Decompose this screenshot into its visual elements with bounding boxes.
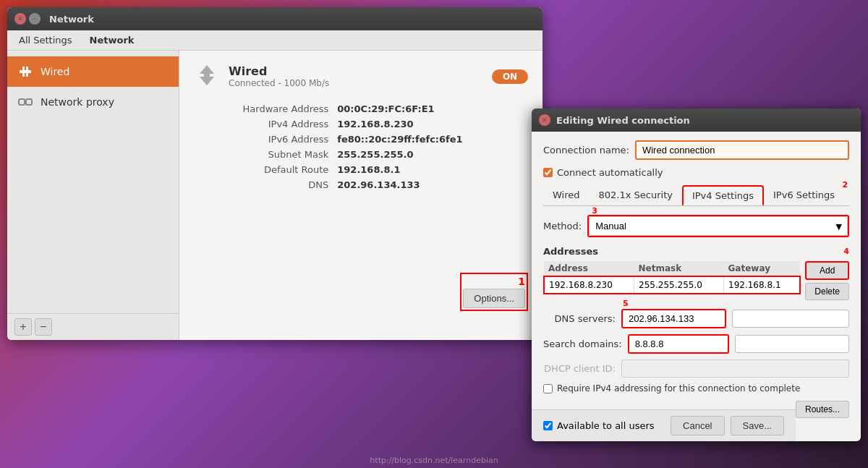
addresses-number: 4 [843,247,849,256]
require-checkbox[interactable] [543,384,553,393]
connection-arrow-icon [194,62,220,90]
footer-buttons: Cancel Save... [671,416,784,435]
edit-dialog: ✕ Editing Wired connection Connection na… [532,109,861,441]
addresses-header: Addresses 4 [543,246,849,257]
address-cell: 192.168.8.230 [544,276,634,294]
wired-icon [17,64,33,80]
ipv4-address-value: 192.168.8.230 [337,119,527,132]
svg-rect-6 [26,99,32,105]
dns-servers-input[interactable] [621,309,726,328]
menu-network[interactable]: Network [87,33,137,47]
connect-auto-row: Connect automatically [543,167,849,178]
dns-value: 202.96.134.133 [337,179,527,193]
method-label: Method: [543,221,582,231]
address-row: 192.168.8.230 255.255.255.0 192.168.8.1 [544,276,800,294]
subnet-mask-value: 255.255.255.0 [337,149,527,163]
dhcp-label: DHCP client ID: [543,363,616,374]
available-label: Available to all users [557,420,655,431]
save-button[interactable]: Save... [731,416,784,435]
sidebar-proxy-label: Network proxy [41,96,114,108]
tab-wired[interactable]: Wired [543,185,590,205]
search-domains-input[interactable] [628,334,729,354]
addresses-outer: Address Netmask Gateway 192.168.8.230 25… [543,261,849,300]
search-domains-row: Search domains: [543,334,849,354]
connection-name-label: Connection name: [543,145,629,156]
connect-auto-label: Connect automatically [557,167,663,178]
gateway-cell: 192.168.8.1 [724,276,801,294]
available-row: Available to all users [543,420,655,431]
toggle-switch[interactable]: ON [492,69,528,84]
connection-subtitle: Connected - 1000 Mb/s [229,78,329,88]
add-delete-buttons: Add Delete [805,261,849,300]
tab-8021x[interactable]: 802.1x Security [590,185,682,205]
connection-header: Wired Connected - 1000 Mb/s ON [194,62,528,90]
svg-rect-5 [19,99,25,105]
ipv6-address-label: IPv6 Address [195,134,336,148]
sidebar: Wired Network proxy + − [7,51,179,340]
dialog-titlebar: ✕ Editing Wired connection [532,109,861,132]
dhcp-input[interactable] [621,359,849,378]
dialog-footer: Available to all users Cancel Save... [532,409,796,441]
options-button[interactable]: Options... [463,289,525,308]
subnet-mask-label: Subnet Mask [195,149,336,163]
annotation-1: 1 [463,276,525,287]
cancel-button[interactable]: Cancel [671,416,724,435]
addresses-table: Address Netmask Gateway 192.168.8.230 25… [543,261,801,294]
add-address-button[interactable]: Add [805,261,849,280]
dns-number: 5 [623,299,629,308]
svg-rect-4 [26,73,28,77]
connect-auto-checkbox[interactable] [543,168,553,177]
default-route-label: Default Route [195,164,336,178]
connection-title: Wired [229,64,329,78]
sidebar-add-button[interactable]: + [14,318,32,336]
svg-rect-2 [26,67,28,71]
dns-servers-row: DNS servers: 5 [543,309,849,328]
dns-label: DNS [195,179,336,193]
addresses-table-wrapper: Address Netmask Gateway 192.168.8.230 25… [543,261,801,297]
menu-all-settings[interactable]: All Settings [16,33,75,47]
dhcp-row: DHCP client ID: [543,359,849,378]
tab-ipv4[interactable]: IPv4 Settings [682,185,764,205]
method-number: 3 [592,206,597,216]
search-domains-extra-input[interactable] [735,335,849,353]
hardware-address-value: 00:0C:29:FC:6F:E1 [337,103,527,117]
proxy-icon [17,94,33,110]
close-button[interactable]: ✕ [14,13,26,25]
connection-name-row: Connection name: [543,140,849,160]
sidebar-remove-button[interactable]: − [35,318,52,336]
watermark: http://blog.csdn.net/learndebian [370,456,498,465]
method-select[interactable]: Manual [589,216,848,236]
available-checkbox[interactable] [543,421,553,430]
routes-button[interactable]: Routes... [796,401,849,418]
window-controls: ✕ − [14,13,41,25]
svg-rect-0 [20,70,31,73]
tab-ipv6-number: 2 [842,180,848,190]
dns-input-wrapper: 5 [621,309,726,328]
details-table: Hardware Address 00:0C:29:FC:6F:E1 IPv4 … [194,102,528,195]
col-gateway: Gateway [724,261,801,276]
sidebar-item-proxy[interactable]: Network proxy [7,87,179,117]
search-domains-label: Search domains: [543,339,622,349]
default-route-value: 192.168.8.1 [337,164,527,178]
dns-servers-extra-input[interactable] [732,310,850,328]
dialog-close-button[interactable]: ✕ [539,114,550,126]
minimize-button[interactable]: − [29,13,41,25]
svg-rect-3 [22,73,25,77]
tabs-bar: Wired 802.1x Security IPv4 Settings IPv6… [543,185,849,206]
sidebar-item-wired[interactable]: Wired [7,56,179,87]
connection-name-input[interactable] [635,140,849,160]
dns-servers-label: DNS servers: [543,313,616,324]
svg-marker-9 [200,74,214,85]
tab-ipv6[interactable]: IPv6 Settings 2 [764,185,844,205]
network-window: ✕ − Network All Settings Network [7,7,542,340]
ipv6-address-value: fe80::20c:29ff:fefc:6fe1 [337,134,527,148]
window-body: Wired Network proxy + − [7,51,542,340]
col-address: Address [544,261,634,276]
dialog-title: Editing Wired connection [556,115,690,126]
require-label: Require IPv4 addressing for this connect… [557,383,800,393]
netmask-cell: 255.255.255.0 [634,276,724,294]
dialog-body: Connection name: Connect automatically W… [532,132,861,409]
main-content: Wired Connected - 1000 Mb/s ON Hardware … [179,51,542,340]
hardware-address-label: Hardware Address [195,103,336,117]
delete-address-button[interactable]: Delete [805,283,849,300]
